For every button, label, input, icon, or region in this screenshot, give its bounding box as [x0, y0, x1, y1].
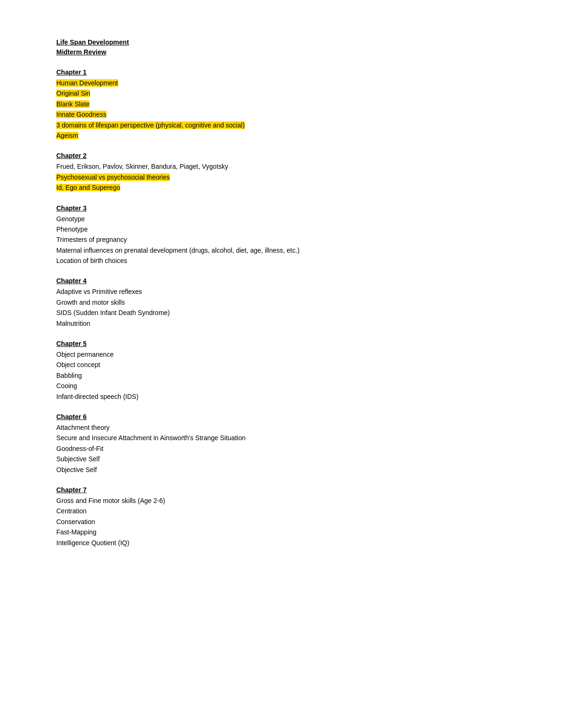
chapter3-content: GenotypePhenotypeTrimesters of pregnancy… — [56, 214, 507, 266]
chapter4-section: Chapter 4Adaptive vs Primitive reflexesG… — [56, 277, 507, 329]
chapter2-heading: Chapter 2 — [56, 152, 507, 159]
chapter1-item-5: Ageism — [56, 130, 507, 141]
chapter1-content: Human DevelopmentOriginal SinBlank Slate… — [56, 78, 507, 141]
chapter6-item-2: Goodness-of-Fit — [56, 443, 507, 454]
chapter7-heading: Chapter 7 — [56, 486, 507, 494]
chapter4-item-1: Growth and motor skills — [56, 297, 507, 308]
chapter4-heading: Chapter 4 — [56, 277, 507, 285]
chapter2-content: Frued, Erikson, Pavlov, Skinner, Bandura… — [56, 161, 507, 193]
chapter7-item-4: Intelligence Quotient (IQ) — [56, 538, 507, 548]
chapter4-item-0: Adaptive vs Primitive reflexes — [56, 286, 507, 297]
chapter1-section: Chapter 1Human DevelopmentOriginal SinBl… — [56, 68, 507, 141]
chapter7-content: Gross and Fine motor skills (Age 2-6)Cen… — [56, 495, 507, 548]
chapter4-item-2: SIDS (Sudden Infant Death Syndrome) — [56, 308, 507, 318]
chapter6-item-3: Subjective Self — [56, 454, 507, 464]
document-title: Life Span Development Midterm Review — [56, 38, 507, 57]
chapter1-item-0: Human Development — [56, 78, 507, 88]
document-container: Life Span Development Midterm Review Cha… — [56, 38, 507, 548]
chapter5-item-4: Infant-directed speech (IDS) — [56, 391, 507, 402]
chapter5-heading: Chapter 5 — [56, 340, 507, 347]
chapter3-item-3: Maternal influences on prenatal developm… — [56, 245, 507, 255]
chapter7-item-2: Conservation — [56, 517, 507, 527]
title-line1: Life Span Development — [56, 38, 507, 47]
chapter1-item-4: 3 domains of lifespan perspective (physi… — [56, 120, 507, 130]
chapter6-item-0: Attachment theory — [56, 422, 507, 433]
chapter2-item-2: Id, Ego and Superego — [56, 182, 507, 193]
chapter5-item-3: Cooing — [56, 381, 507, 391]
chapter5-section: Chapter 5Object permanenceObject concept… — [56, 340, 507, 402]
chapter7-item-1: Centration — [56, 506, 507, 516]
chapter2-item-1: Psychosexual vs psychosocial theories — [56, 172, 507, 182]
chapter4-content: Adaptive vs Primitive reflexesGrowth and… — [56, 286, 507, 329]
chapter3-item-2: Trimesters of pregnancy — [56, 234, 507, 245]
chapter6-content: Attachment theorySecure and Insecure Att… — [56, 422, 507, 475]
chapter6-item-1: Secure and Insecure Attachment in Ainswo… — [56, 433, 507, 443]
chapter3-section: Chapter 3GenotypePhenotypeTrimesters of … — [56, 204, 507, 266]
chapter6-section: Chapter 6Attachment theorySecure and Ins… — [56, 413, 507, 475]
chapter6-item-4: Objective Self — [56, 465, 507, 475]
chapter3-heading: Chapter 3 — [56, 204, 507, 212]
chapter1-item-3: Innate Goodness — [56, 109, 507, 120]
chapter7-item-0: Gross and Fine motor skills (Age 2-6) — [56, 495, 507, 506]
chapter6-heading: Chapter 6 — [56, 413, 507, 420]
chapter3-item-1: Phenotype — [56, 224, 507, 234]
chapter4-item-3: Malnutrition — [56, 318, 507, 329]
chapter5-item-2: Babbling — [56, 370, 507, 381]
chapter1-heading: Chapter 1 — [56, 68, 507, 76]
chapter7-section: Chapter 7Gross and Fine motor skills (Ag… — [56, 486, 507, 548]
chapter3-item-0: Genotype — [56, 214, 507, 224]
chapter5-item-1: Object concept — [56, 360, 507, 370]
chapter2-item-0: Frued, Erikson, Pavlov, Skinner, Bandura… — [56, 161, 507, 172]
chapter5-content: Object permanenceObject conceptBabblingC… — [56, 349, 507, 402]
chapter2-section: Chapter 2Frued, Erikson, Pavlov, Skinner… — [56, 152, 507, 193]
chapter3-item-4: Location of birth choices — [56, 255, 507, 266]
title-line2: Midterm Review — [56, 47, 507, 57]
chapter1-item-2: Blank Slate — [56, 99, 507, 109]
chapters-container: Chapter 1Human DevelopmentOriginal SinBl… — [56, 68, 507, 548]
chapter1-item-1: Original Sin — [56, 88, 507, 98]
chapter5-item-0: Object permanence — [56, 349, 507, 360]
chapter7-item-3: Fast-Mapping — [56, 527, 507, 537]
